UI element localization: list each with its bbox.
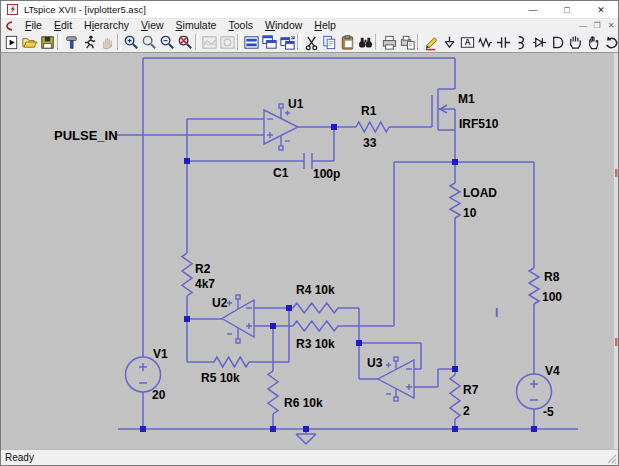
tile-windows-button[interactable] <box>242 33 260 52</box>
control-panel-button[interactable] <box>62 33 80 52</box>
label-V4[interactable]: V4 <box>545 364 560 378</box>
value-R8[interactable]: 100 <box>542 290 562 304</box>
zoom-back-button[interactable] <box>140 33 158 52</box>
menu-help[interactable]: Help <box>308 19 342 32</box>
diode-button[interactable] <box>530 33 548 52</box>
zoom-full-button[interactable] <box>176 33 194 52</box>
tile-windows-icon <box>243 34 260 51</box>
menu-edit[interactable]: Edit <box>48 19 78 32</box>
resistor-R6[interactable] <box>268 371 278 414</box>
mdi-restore-button[interactable]: ❐ <box>590 21 604 30</box>
find-button[interactable] <box>356 33 374 52</box>
status-bar: Ready <box>1 449 618 465</box>
value-V1[interactable]: 20 <box>152 388 166 402</box>
run-button[interactable] <box>80 33 98 52</box>
menu-window[interactable]: Window <box>259 19 308 32</box>
menu-file[interactable]: File <box>19 19 48 32</box>
menu-tools[interactable]: Tools <box>222 19 259 32</box>
label-U1[interactable]: U1 <box>288 97 304 111</box>
ground-symbol[interactable] <box>296 434 316 444</box>
save-button[interactable] <box>38 33 56 52</box>
zoom-back-icon <box>141 34 158 51</box>
resistor-R2[interactable] <box>182 253 192 296</box>
label-R4[interactable]: R4 10k <box>296 283 335 297</box>
label-U3[interactable]: U3 <box>367 356 383 370</box>
zoom-in-button[interactable] <box>122 33 140 52</box>
label-U2[interactable]: U2 <box>212 296 228 310</box>
move-button[interactable] <box>566 33 584 52</box>
plot-settings-button[interactable] <box>218 33 236 52</box>
drag-button[interactable] <box>584 33 602 52</box>
cut-button[interactable] <box>302 33 320 52</box>
resistor-button[interactable] <box>476 33 494 52</box>
label-net-button[interactable]: A <box>458 33 476 52</box>
nmos-M1[interactable] <box>432 89 455 130</box>
value-R1[interactable]: 33 <box>363 136 377 150</box>
mdi-close-button[interactable]: ✕ <box>604 21 618 30</box>
schematic-canvas[interactable]: PULSE_IN U1 C1 100p R1 33 M1 IRF510 LOAD… <box>1 53 619 451</box>
label-R5[interactable]: R5 10k <box>201 371 240 385</box>
label-R1[interactable]: R1 <box>361 104 377 118</box>
capacitor-C1[interactable] <box>304 153 312 169</box>
maximize-button[interactable]: □ <box>550 1 584 18</box>
new-window-button[interactable] <box>278 33 296 52</box>
capacitor-button[interactable] <box>494 33 512 52</box>
label-C1[interactable]: C1 <box>273 166 289 180</box>
value-C1[interactable]: 100p <box>313 167 340 181</box>
mdi-minimize-button[interactable]: — <box>576 21 590 30</box>
resistor-R7[interactable] <box>450 375 460 419</box>
cascade-windows-button[interactable] <box>260 33 278 52</box>
label-M1[interactable]: M1 <box>458 92 475 106</box>
status-text: Ready <box>1 452 605 463</box>
print-button[interactable] <box>380 33 398 52</box>
value-LOAD[interactable]: 10 <box>463 206 477 220</box>
component-button[interactable] <box>548 33 566 52</box>
print-icon <box>381 34 398 51</box>
voltage-source-V1[interactable] <box>126 357 161 392</box>
label-R3[interactable]: R3 10k <box>296 337 335 351</box>
value-V4[interactable]: -5 <box>543 405 554 419</box>
menu-view[interactable]: View <box>135 19 170 32</box>
resize-grip[interactable] <box>605 452 617 464</box>
resistor-R1[interactable] <box>356 122 389 132</box>
label-R6[interactable]: R6 10k <box>284 396 323 410</box>
halt-button[interactable] <box>98 33 116 52</box>
resistor-R4[interactable] <box>293 303 338 313</box>
label-LOAD[interactable]: LOAD <box>463 186 497 200</box>
minimize-button[interactable]: — <box>516 1 550 18</box>
zoom-out-button[interactable] <box>158 33 176 52</box>
value-R7[interactable]: 2 <box>463 404 470 418</box>
undo-button[interactable] <box>602 33 619 52</box>
opamp-U3[interactable] <box>378 357 414 401</box>
menu-hierarchy[interactable]: Hierarchy <box>78 19 135 32</box>
wires[interactable] <box>116 58 578 434</box>
inductor-button[interactable] <box>512 33 530 52</box>
autorange-button[interactable] <box>200 33 218 52</box>
copy-button[interactable] <box>320 33 338 52</box>
menu-simulate[interactable]: Simulate <box>170 19 223 32</box>
open-button[interactable] <box>20 33 38 52</box>
wire-pencil-icon <box>423 34 440 51</box>
ground-button[interactable] <box>440 33 458 52</box>
wire-pencil-button[interactable] <box>422 33 440 52</box>
label-V1[interactable]: V1 <box>153 347 168 361</box>
move-hand-icon <box>567 34 584 51</box>
paste-button[interactable] <box>338 33 356 52</box>
label-R7[interactable]: R7 <box>463 383 479 397</box>
net-label-i[interactable]: I <box>495 306 498 320</box>
net-label-pulse-in[interactable]: PULSE_IN <box>54 128 118 143</box>
resistor-R5[interactable] <box>214 357 249 367</box>
value-R2[interactable]: 4k7 <box>195 277 215 291</box>
frame-mark-top <box>615 169 618 177</box>
resistor-R3[interactable] <box>293 321 338 331</box>
value-M1[interactable]: IRF510 <box>459 117 499 131</box>
resistor-R8[interactable] <box>529 268 539 304</box>
new-schematic-button[interactable] <box>2 33 20 52</box>
resistor-LOAD[interactable] <box>450 183 460 218</box>
close-button[interactable]: ✕ <box>584 1 618 18</box>
label-R2[interactable]: R2 <box>195 262 211 276</box>
zoom-out-icon <box>159 34 176 51</box>
voltage-source-V4[interactable] <box>517 374 552 409</box>
label-R8[interactable]: R8 <box>544 270 560 284</box>
print-preview-button[interactable] <box>398 33 416 52</box>
